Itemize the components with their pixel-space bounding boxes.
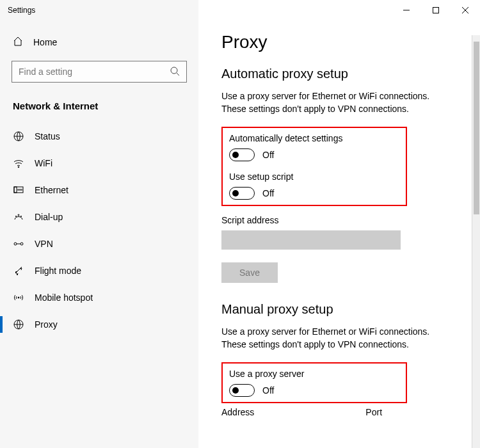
- svg-line-5: [177, 73, 179, 76]
- sidebar-item-status[interactable]: Status: [0, 123, 198, 150]
- sidebar-item-vpn[interactable]: VPN: [0, 230, 198, 257]
- vpn-icon: [13, 238, 24, 250]
- sidebar-item-label: Proxy: [35, 319, 58, 330]
- highlight-box-manual: Use a proxy server Off: [221, 362, 407, 403]
- page-title: Proxy: [221, 32, 461, 52]
- svg-point-20: [18, 297, 19, 298]
- manual-proxy-title: Manual proxy setup: [221, 302, 461, 317]
- search-box[interactable]: [12, 61, 187, 83]
- auto-detect-toggle[interactable]: [229, 148, 255, 161]
- svg-point-4: [171, 67, 177, 74]
- home-label: Home: [33, 37, 57, 47]
- script-address-label: Script address: [221, 215, 461, 225]
- minimize-button[interactable]: [392, 0, 421, 20]
- sidebar-item-proxy[interactable]: Proxy: [0, 311, 198, 338]
- manual-proxy-desc: Use a proxy server for Ethernet or WiFi …: [221, 326, 452, 351]
- setup-script-toggle[interactable]: [229, 187, 255, 200]
- window-title: Settings: [0, 6, 35, 15]
- section-header: Network & Internet: [0, 94, 198, 123]
- auto-proxy-title: Automatic proxy setup: [221, 67, 461, 81]
- sidebar-item-label: WiFi: [35, 158, 52, 168]
- auto-detect-label: Automatically detect settings: [229, 133, 393, 143]
- use-proxy-label: Use a proxy server: [229, 369, 316, 379]
- sidebar-item-ethernet[interactable]: Ethernet: [0, 177, 198, 204]
- search-input[interactable]: [19, 67, 170, 77]
- svg-point-18: [20, 243, 23, 245]
- airplane-icon: [13, 265, 24, 276]
- sidebar-item-label: Flight mode: [35, 266, 81, 276]
- sidebar: Home Network & Internet Status WiFi Ethe…: [0, 0, 198, 448]
- sidebar-item-label: Status: [35, 131, 60, 141]
- setup-script-state: Off: [262, 188, 274, 198]
- sidebar-item-flightmode[interactable]: Flight mode: [0, 257, 198, 284]
- auto-proxy-desc: Use a proxy server for Ethernet or WiFi …: [221, 90, 452, 115]
- dialup-icon: [13, 211, 24, 223]
- svg-point-14: [18, 214, 19, 216]
- sidebar-item-hotspot[interactable]: Mobile hotspot: [0, 284, 198, 311]
- scrollbar[interactable]: [472, 35, 480, 448]
- port-label: Port: [365, 407, 382, 417]
- sidebar-item-label: Mobile hotspot: [35, 292, 93, 303]
- svg-point-7: [18, 166, 19, 168]
- proxy-icon: [13, 319, 24, 330]
- sidebar-item-wifi[interactable]: WiFi: [0, 150, 198, 177]
- maximize-button[interactable]: [421, 0, 451, 20]
- address-label: Address: [221, 407, 254, 417]
- wifi-icon: [13, 157, 24, 169]
- svg-rect-9: [14, 187, 17, 193]
- home-icon: [13, 36, 23, 48]
- close-button[interactable]: [451, 0, 480, 20]
- highlight-box-auto: Automatically detect settings Off Use se…: [221, 127, 407, 206]
- use-proxy-state: Off: [262, 385, 274, 396]
- home-nav[interactable]: Home: [0, 31, 198, 56]
- use-proxy-toggle[interactable]: [229, 384, 255, 397]
- auto-detect-state: Off: [262, 150, 274, 160]
- svg-point-17: [14, 243, 17, 245]
- status-icon: [13, 131, 24, 142]
- svg-rect-1: [433, 8, 439, 13]
- save-button[interactable]: Save: [221, 262, 278, 283]
- scrollbar-thumb[interactable]: [474, 42, 479, 214]
- svg-point-16: [20, 216, 21, 216]
- setup-script-label: Use setup script: [229, 172, 393, 182]
- search-icon: [170, 66, 180, 78]
- sidebar-item-label: Dial-up: [35, 212, 63, 222]
- sidebar-item-label: VPN: [35, 239, 53, 249]
- svg-point-15: [15, 216, 16, 216]
- main-content: Proxy Automatic proxy setup Use a proxy …: [198, 0, 480, 448]
- sidebar-item-label: Ethernet: [35, 185, 68, 195]
- script-address-input[interactable]: [221, 230, 401, 250]
- hotspot-icon: [13, 292, 24, 303]
- ethernet-icon: [13, 184, 24, 196]
- sidebar-item-dialup[interactable]: Dial-up: [0, 204, 198, 230]
